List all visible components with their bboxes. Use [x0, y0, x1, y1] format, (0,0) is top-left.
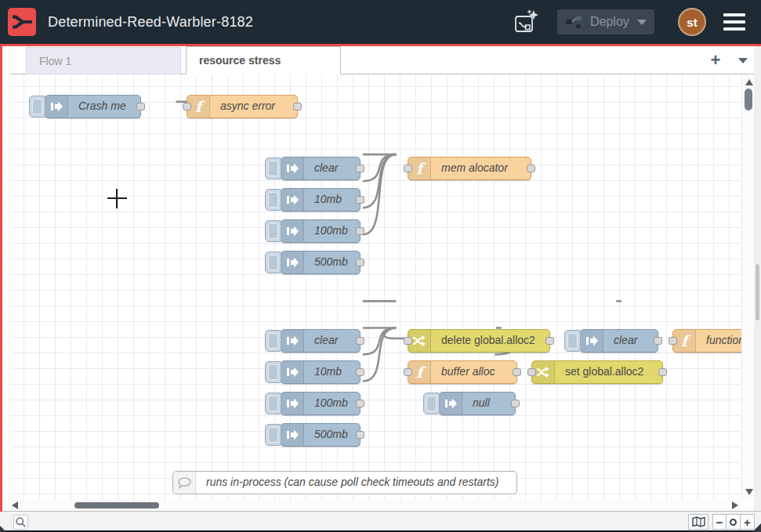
tab-resource-stress[interactable]: resource stress — [186, 46, 341, 74]
tab-bar-controls: + — [705, 46, 748, 74]
node-inject-clear-1[interactable]: clear — [281, 157, 361, 180]
deploy-dropdown-caret-icon[interactable] — [637, 20, 647, 25]
node-function-mem-alocator[interactable]: fmem alocator — [408, 157, 531, 180]
node-label: 10mb — [304, 189, 351, 211]
node-output-port[interactable] — [356, 196, 364, 204]
inject-trigger-button[interactable] — [265, 361, 281, 383]
zoom-reset-icon — [730, 519, 737, 526]
node-input-port[interactable] — [183, 103, 191, 110]
flow-canvas[interactable]: Crash mefasync errorclear10mb100mb500mbf… — [10, 74, 754, 500]
node-inject-500mb-1[interactable]: 500mb — [281, 251, 361, 274]
node-function-async-error[interactable]: fasync error — [187, 95, 298, 118]
inject-trigger-button[interactable] — [265, 189, 281, 211]
inject-trigger-button[interactable] — [29, 96, 45, 118]
flow-list-caret-icon[interactable] — [738, 58, 748, 63]
vertical-scrollbar[interactable] — [741, 74, 754, 500]
node-label: mem alocator — [431, 157, 517, 179]
vertical-scrollbar-thumb[interactable] — [745, 89, 752, 110]
node-change-set-global-alloc2[interactable]: set global.alloc2 — [531, 360, 663, 384]
inject-trigger-button[interactable] — [265, 393, 281, 414]
resize-grip[interactable] — [752, 523, 761, 532]
node-output-port[interactable] — [356, 400, 364, 407]
node-inject-10mb-2[interactable]: 10mb — [281, 360, 361, 384]
inject-trigger-button[interactable] — [265, 252, 281, 273]
inject-trigger-button[interactable] — [265, 424, 281, 446]
node-output-port[interactable] — [356, 368, 364, 376]
navigator-button[interactable] — [688, 514, 708, 530]
zoom-out-button[interactable]: − — [712, 514, 727, 530]
scroll-down-arrow-icon[interactable] — [745, 489, 753, 495]
search-icon — [15, 516, 27, 528]
user-avatar[interactable]: st — [678, 8, 706, 36]
node-input-port[interactable] — [404, 368, 412, 376]
ai-assistant-button[interactable] — [512, 9, 540, 35]
scroll-left-arrow-icon[interactable] — [12, 501, 18, 509]
node-output-port[interactable] — [356, 165, 364, 172]
node-output-port[interactable] — [356, 227, 364, 235]
search-button[interactable] — [13, 515, 28, 530]
scroll-up-arrow-icon[interactable] — [745, 79, 753, 85]
node-label: 10mb — [304, 361, 351, 383]
node-output-port[interactable] — [658, 368, 667, 376]
node-output-port[interactable] — [654, 337, 662, 345]
node-output-port[interactable] — [511, 400, 520, 407]
hamburger-menu-icon — [723, 13, 745, 16]
scroll-right-arrow-icon[interactable] — [732, 501, 738, 509]
node-label: null — [462, 393, 499, 414]
tab-flow-1[interactable]: Flow 1 — [26, 47, 181, 74]
node-output-port[interactable] — [356, 259, 364, 266]
node-output-port[interactable] — [356, 431, 364, 439]
horizontal-scrollbar-thumb[interactable] — [74, 502, 159, 508]
node-inject-100mb-1[interactable]: 100mb — [281, 219, 361, 243]
flowfuse-logo[interactable] — [8, 8, 36, 36]
node-label: buffer alloc — [431, 361, 504, 383]
node-label: clear — [603, 330, 647, 352]
deploy-button-label: Deploy — [590, 15, 629, 29]
footer-bar: − + — [0, 511, 761, 532]
inject-trigger-button[interactable] — [265, 157, 281, 179]
node-output-port[interactable] — [136, 103, 145, 110]
page-scrollbar[interactable] — [754, 46, 761, 512]
node-output-port[interactable] — [356, 337, 364, 345]
node-change-delete-global-alloc2[interactable]: delete global.alloc2 — [408, 329, 550, 353]
inject-trigger-button[interactable] — [564, 330, 581, 352]
node-input-port[interactable] — [404, 165, 412, 172]
comment-bubble-icon — [173, 472, 196, 494]
node-input-port[interactable] — [404, 337, 412, 345]
node-output-port[interactable] — [293, 103, 302, 110]
node-inject-10mb-1[interactable]: 10mb — [281, 188, 361, 212]
node-output-port[interactable] — [513, 368, 521, 376]
node-inject-clear-3[interactable]: clear — [580, 329, 658, 353]
zoom-reset-button[interactable] — [727, 514, 741, 530]
node-label: delete global.alloc2 — [431, 330, 545, 352]
node-label: 500mb — [304, 424, 357, 446]
main-menu-button[interactable] — [723, 12, 745, 32]
node-input-port[interactable] — [669, 337, 677, 345]
node-inject-clear-2[interactable]: clear — [281, 329, 361, 353]
node-label: set global.alloc2 — [555, 361, 653, 383]
hamburger-menu-icon — [723, 27, 745, 31]
node-inject-100mb-2[interactable]: 100mb — [281, 392, 361, 415]
inject-trigger-button[interactable] — [265, 330, 281, 352]
node-label: Crash me — [68, 96, 136, 118]
node-comment-runs-in-process[interactable]: runs in-process (can cause poll check ti… — [172, 471, 517, 494]
node-output-port[interactable] — [527, 165, 535, 172]
page-scrollbar-thumb[interactable] — [756, 264, 759, 320]
inject-trigger-button[interactable] — [423, 393, 440, 414]
header-bar: Determined-Reed-Warbler-8182 Deploy st — [0, 0, 761, 44]
accent-border-left — [0, 44, 2, 512]
node-output-port[interactable] — [545, 337, 554, 345]
horizontal-scrollbar[interactable] — [10, 500, 741, 511]
ai-assistant-icon — [513, 9, 539, 35]
node-inject-crash-me[interactable]: Crash me — [45, 95, 141, 118]
node-inject-500mb-2[interactable]: 500mb — [281, 423, 361, 447]
node-label: clear — [304, 330, 347, 352]
add-flow-button[interactable]: + — [705, 47, 726, 74]
node-inject-null[interactable]: null — [439, 392, 516, 415]
inject-arrow-icon — [281, 424, 304, 446]
inject-trigger-button[interactable] — [265, 220, 281, 242]
node-input-port[interactable] — [527, 368, 536, 376]
inject-arrow-icon — [281, 220, 304, 242]
node-function-buffer-alloc[interactable]: fbuffer alloc — [408, 360, 517, 384]
deploy-button[interactable]: Deploy — [557, 9, 654, 34]
